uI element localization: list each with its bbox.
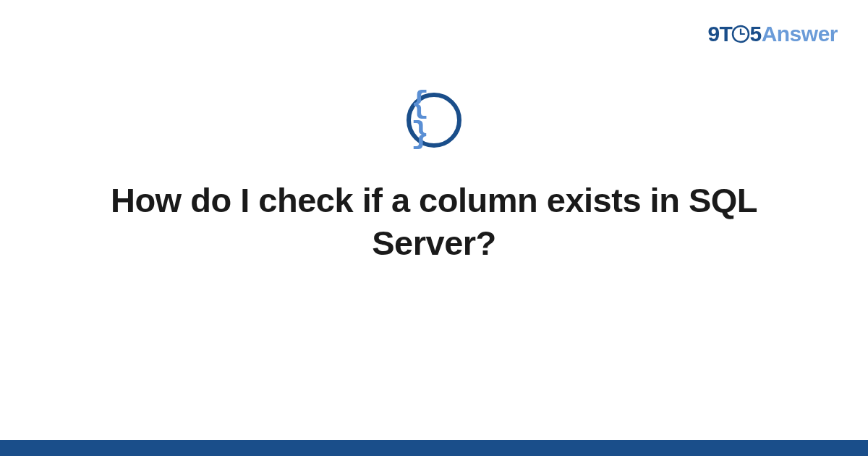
question-title: How do I check if a column exists in SQL… (87, 180, 781, 265)
logo-five: 5 (749, 22, 761, 46)
code-braces-icon: { } (407, 93, 461, 148)
braces-glyph: { } (411, 89, 457, 150)
clock-icon (731, 25, 750, 43)
logo-answer: Answer (762, 22, 838, 46)
main-content: { } How do I check if a column exists in… (0, 93, 868, 265)
site-logo: 9T5Answer (707, 22, 838, 46)
footer-accent-bar (0, 440, 868, 456)
logo-t: T (720, 22, 733, 46)
logo-nine: 9 (707, 22, 719, 46)
